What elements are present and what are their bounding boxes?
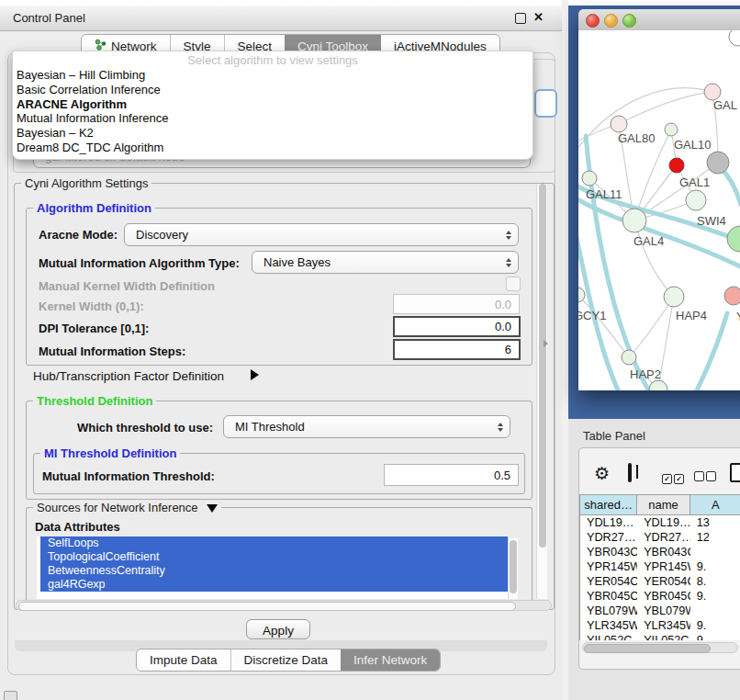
manual-kernel-label: Manual Kernel Width Definition	[39, 279, 215, 293]
network-node[interactable]	[582, 171, 597, 186]
window-zoom-button[interactable]	[622, 14, 636, 28]
table-row[interactable]: YPR145WYPR145W9.	[580, 559, 740, 574]
algorithm-option-mutual-information-inference[interactable]: Mutual Information Inference	[13, 111, 533, 126]
table-cell: YBR045C	[580, 589, 637, 604]
attribute-item-gal4rgexp[interactable]: gal4RGexp	[40, 578, 508, 592]
column-header-a[interactable]: A	[690, 495, 740, 515]
settings-horizontal-scrollbar[interactable]	[16, 600, 552, 611]
select-all-columns-icon[interactable]: ✓✓	[662, 469, 686, 485]
tab-discretize-data[interactable]: Discretize Data	[230, 649, 342, 671]
network-node[interactable]	[707, 152, 729, 174]
table-row[interactable]: YBR045CYBR045C9.	[580, 589, 740, 604]
table-panel-title: Table Panel	[583, 429, 645, 443]
aracne-mode-label: Aracne Mode:	[39, 228, 118, 242]
network-node[interactable]	[578, 288, 585, 302]
network-node[interactable]	[622, 350, 636, 365]
table-cell: YPR145W	[580, 559, 637, 574]
algorithm-option-bayesian-hill-climbing[interactable]: Bayesian – Hill Climbing	[13, 68, 533, 83]
table-row[interactable]: YER054CYER054C8.	[580, 574, 740, 589]
window-close-button[interactable]	[586, 14, 600, 28]
network-node[interactable]	[664, 287, 684, 307]
apply-button[interactable]: Apply	[246, 619, 310, 639]
network-edge	[629, 297, 674, 357]
mi-algorithm-type-combo[interactable]: Naive Bayes	[252, 251, 519, 274]
algorithm-option-dream8-dc-tdc-algorithm[interactable]: Dream8 DC_TDC Algorithm	[13, 141, 533, 155]
table-row[interactable]: YDL19…YDL19…13	[580, 515, 740, 530]
attribute-table[interactable]: shared…nameA YDL19…YDL19…13YDR27…YDR27…1…	[579, 494, 740, 640]
algorithm-option-aracne-algorithm[interactable]: ARACNE Algorithm	[13, 97, 533, 112]
tab-label: Infer Network	[353, 653, 427, 667]
mi-steps-label: Mutual Information Steps:	[39, 344, 185, 358]
table-cell: YER054C	[580, 574, 637, 589]
node-label-gal10: GAL10	[674, 138, 711, 152]
minimized-panel-icon[interactable]	[4, 691, 17, 700]
tab-impute-data[interactable]: Impute Data	[137, 649, 230, 671]
node-label-hap4: HAP4	[676, 309, 707, 322]
table-row[interactable]: YLR345WYLR345W9.	[580, 618, 740, 633]
dpi-tolerance-field[interactable]: 0.0	[393, 316, 521, 337]
attribute-list-scrollbar[interactable]	[508, 538, 518, 599]
control-panel-titlebar[interactable]: Control Panel ✕	[0, 6, 562, 31]
network-node[interactable]	[686, 190, 706, 210]
network-node[interactable]	[724, 287, 740, 305]
manual-kernel-checkbox[interactable]	[506, 277, 521, 291]
algorithm-option-basic-correlation-inference[interactable]: Basic Correlation Inference	[13, 83, 533, 97]
column-header-name[interactable]: name	[637, 495, 690, 515]
pane-divider[interactable]	[562, 0, 568, 700]
splitter-handle-icon[interactable]	[544, 340, 548, 347]
document-icon[interactable]	[730, 463, 740, 482]
network-node[interactable]	[669, 158, 684, 173]
dpi-tolerance-value: 0.0	[495, 320, 511, 333]
data-mode-tabs: Impute DataDiscretize DataInfer Network	[136, 649, 441, 672]
network-node[interactable]	[729, 30, 740, 46]
table-cell: YLR345W	[637, 618, 690, 633]
table-cell: YIL052C	[580, 633, 637, 640]
network-canvas[interactable]: GALGAL80GAL10GAL1GAL11SWI4GAL4GCY1HAP4YH…	[578, 30, 740, 390]
close-icon[interactable]: ✕	[533, 10, 544, 24]
table-horizontal-scrollbar[interactable]	[582, 642, 738, 653]
network-node[interactable]	[665, 123, 678, 136]
tab-infer-network[interactable]: Infer Network	[341, 649, 440, 671]
algorithm-combo-focus-ring[interactable]	[534, 89, 557, 118]
mi-steps-field[interactable]: 6	[393, 339, 521, 360]
data-attributes-list[interactable]: SelfLoopsTopologicalCoefficientBetweenne…	[37, 536, 508, 599]
columns-icon[interactable]	[628, 463, 632, 482]
network-node[interactable]	[649, 380, 667, 390]
combo-arrows-icon	[498, 423, 503, 432]
kernel-width-label: Kernel Width (0,1):	[39, 299, 144, 313]
table-row[interactable]: YBR043CYBR043C	[580, 545, 740, 559]
node-label-y: Y	[736, 310, 740, 323]
sources-group-title: Sources for Network Inference	[33, 501, 221, 514]
column-header-shared-[interactable]: shared…	[580, 495, 637, 515]
algorithm-option-bayesian-k2[interactable]: Bayesian – K2	[13, 126, 533, 141]
network-window-titlebar[interactable]	[578, 9, 740, 31]
table-row[interactable]: YIL052CYIL052C9	[580, 633, 740, 640]
expand-arrow-icon[interactable]	[251, 369, 259, 380]
table-cell: YLR345W	[580, 618, 637, 633]
network-node[interactable]	[727, 226, 740, 252]
table-row[interactable]: YBL079WYBL079W	[580, 604, 740, 618]
float-icon[interactable]	[515, 13, 526, 24]
threshold-combo[interactable]: MI Threshold	[223, 415, 510, 438]
attribute-item-betweennesscentrality[interactable]: BetweennessCentrality	[40, 564, 508, 578]
network-window[interactable]: GALGAL80GAL10GAL1GAL11SWI4GAL4GCY1HAP4YH…	[578, 9, 740, 390]
network-node[interactable]	[611, 116, 627, 132]
settings-vertical-scrollbar[interactable]	[536, 184, 547, 599]
gear-icon[interactable]: ⚙	[594, 465, 610, 482]
table-cell: 12	[690, 530, 740, 545]
attribute-item-selfloops[interactable]: SelfLoops	[40, 536, 508, 550]
mi-threshold-field[interactable]: 0.5	[384, 464, 519, 486]
network-node[interactable]	[622, 209, 646, 232]
deselect-all-columns-icon[interactable]	[694, 469, 718, 485]
network-edge	[619, 92, 712, 124]
collapse-arrow-icon[interactable]	[207, 504, 218, 513]
mi-threshold-value: 0.5	[494, 469, 510, 482]
window-minimize-button[interactable]	[604, 14, 618, 28]
attribute-item-topologicalcoefficient[interactable]: TopologicalCoefficient	[40, 550, 508, 564]
tab-label: Discretize Data	[244, 653, 329, 667]
app-root: Control Panel ✕ NetworkStyleSelectCyni T…	[0, 0, 740, 700]
aracne-mode-combo[interactable]: Discovery	[124, 223, 519, 246]
table-row[interactable]: YDR27…YDR27…12	[580, 530, 740, 545]
table-cell: 13	[690, 515, 740, 530]
data-attributes-label: Data Attributes	[35, 520, 120, 534]
